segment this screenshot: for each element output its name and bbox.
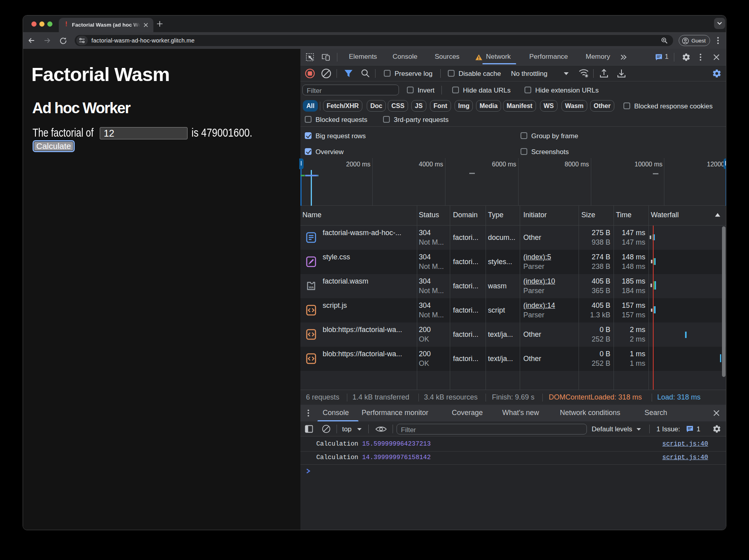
svg-text:WA: WA bbox=[309, 286, 314, 289]
